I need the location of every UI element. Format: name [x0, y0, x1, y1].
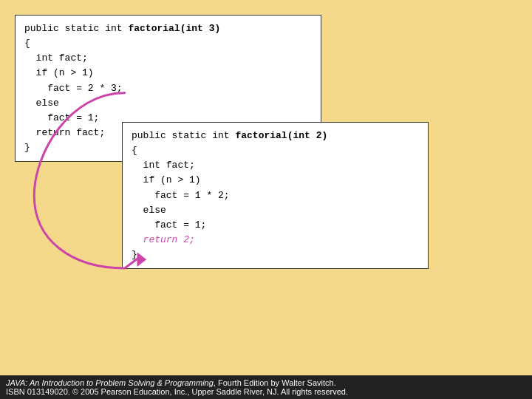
footer-line1: JAVA: An Introduction to Problem Solving…: [6, 378, 526, 387]
code-line: fact = 1 * 2;: [132, 188, 419, 203]
code-line-highlighted: return 2;: [132, 233, 419, 248]
code-line: {: [24, 36, 312, 51]
code-line: else: [24, 96, 312, 111]
code-line: if (n > 1): [132, 173, 419, 188]
code-line: fact = 1;: [132, 218, 419, 233]
code-line: if (n > 1): [24, 66, 312, 81]
code-line: int fact;: [132, 158, 419, 173]
code-line: int fact;: [24, 51, 312, 66]
code-line: else: [132, 203, 419, 218]
main-container: public static int factorial(int 3) { int…: [7, 7, 525, 377]
code-line: fact = 2 * 3;: [24, 81, 312, 96]
footer-line2: ISBN 013149020. © 2005 Pearson Education…: [6, 387, 526, 396]
code-line: }: [132, 248, 419, 262]
code-line: {: [132, 143, 419, 158]
code-line: public static int factorial(int 3): [24, 21, 312, 36]
code-line: public static int factorial(int 2): [132, 129, 419, 143]
code-box-2: public static int factorial(int 2) { int…: [122, 122, 429, 269]
footer: JAVA: An Introduction to Problem Solving…: [0, 375, 532, 399]
